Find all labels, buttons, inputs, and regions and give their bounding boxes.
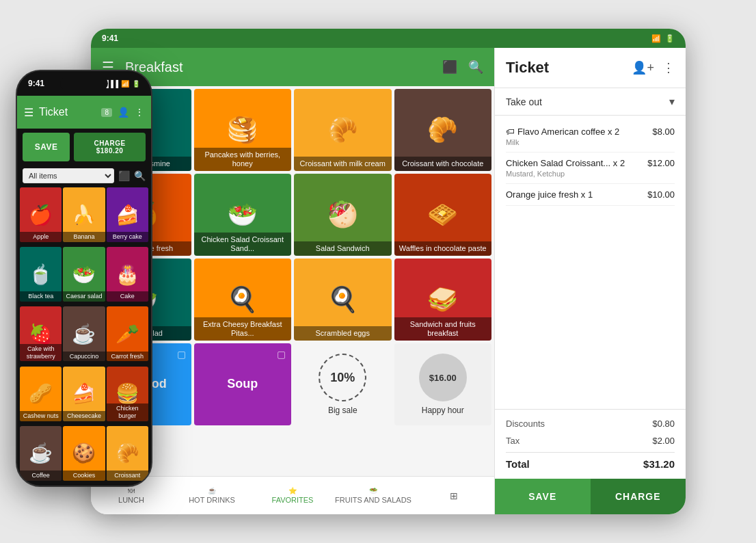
discounts-row: Discounts $0.80 bbox=[506, 415, 675, 432]
tab-grid[interactable]: ⊞ bbox=[414, 488, 494, 504]
phone-filter-select[interactable]: All items bbox=[23, 168, 114, 183]
item-name-qty: Chicken Salad Croissant... x 2 bbox=[506, 158, 647, 168]
phone-item-croissant[interactable]: 🥐 Croissant bbox=[107, 426, 148, 481]
item-price: $10.00 bbox=[647, 189, 675, 200]
tablet-time: 9:41 bbox=[102, 34, 118, 43]
item-sub: Mustard, Ketchup bbox=[506, 170, 675, 178]
total-value: $31.20 bbox=[643, 458, 675, 470]
item-price: $12.00 bbox=[647, 158, 675, 168]
phone-barcode-icon[interactable]: ⬛ bbox=[118, 170, 130, 181]
phone-item-caesar-salad[interactable]: 🥗 Caesar salad bbox=[63, 247, 105, 302]
phone-item-cake-strawberry[interactable]: 🍓 Cake with strawberry bbox=[20, 306, 62, 361]
menu-item[interactable]: 🥐 Croissant with milk cream bbox=[294, 89, 392, 171]
menu-item[interactable]: 🥙 Salad Sandwich bbox=[294, 174, 392, 256]
phone-notch bbox=[60, 77, 108, 90]
tab-lunch[interactable]: 🍽 LUNCH bbox=[91, 484, 172, 507]
menu-item[interactable]: 🥪 Sandwich and fruits breakfast bbox=[394, 259, 492, 341]
phone-more-icon[interactable]: ⋮ bbox=[135, 107, 144, 118]
item-name-qty: Orange juice fresh x 1 bbox=[506, 189, 647, 200]
menu-item[interactable]: 🧇 Waffles in chocolate paste bbox=[394, 174, 492, 256]
tax-label: Tax bbox=[506, 436, 519, 446]
menu-grid: 🍵 Tea with jasmine 🥞 Pancakes with berri… bbox=[94, 89, 491, 425]
menu-item-happy-hour[interactable]: $16.00 Happy hour bbox=[394, 343, 492, 425]
phone-ticket-badge: 8 bbox=[101, 108, 112, 117]
menu-item[interactable]: 🍳 Extra Cheesy Breakfast Pitas... bbox=[194, 259, 292, 341]
header-icons: ⬛ 🔍 bbox=[442, 59, 483, 75]
phone-item-cookies[interactable]: 🍪 Cookies bbox=[63, 426, 105, 481]
ticket-totals: Discounts $0.80 Tax $2.00 Total $31.20 bbox=[495, 409, 686, 479]
tax-row: Tax $2.00 bbox=[506, 432, 675, 449]
phone-status-icons: ▐▐▐ 📶 🔋 bbox=[104, 80, 140, 88]
phone-item-banana[interactable]: 🍌 Banana bbox=[63, 187, 105, 242]
menu-header: ☰ Breakfast ⬛ 🔍 bbox=[91, 48, 494, 86]
menu-item[interactable]: 🥗 Chicken Salad Croissant Sand... bbox=[194, 174, 292, 256]
menu-item-big-sale[interactable]: 10% Big sale bbox=[294, 343, 392, 425]
phone-item-apple[interactable]: 🍎 Apple bbox=[20, 187, 62, 242]
phone-item-capuccino[interactable]: ☕ Capuccino bbox=[63, 306, 105, 361]
dropdown-arrow-icon[interactable]: ▾ bbox=[669, 95, 675, 108]
phone-item-cake[interactable]: 🎂 Cake bbox=[107, 247, 148, 302]
item-sub: Milk bbox=[506, 138, 675, 146]
menu-item-soup[interactable]: ▢ Soup bbox=[194, 343, 292, 425]
phone-charge-button[interactable]: CHARGE $180.20 bbox=[74, 133, 146, 161]
phone-item-chicken-burger[interactable]: 🍔 Chicken burger bbox=[107, 367, 148, 421]
phone-filter-row: All items ⬛ 🔍 bbox=[17, 165, 151, 186]
order-type-label: Take out bbox=[506, 96, 542, 107]
phone-status-bar: 9:41 ▐▐▐ 📶 🔋 bbox=[17, 71, 151, 96]
discounts-value: $0.80 bbox=[652, 419, 675, 429]
more-options-icon[interactable]: ⋮ bbox=[662, 60, 675, 75]
phone-save-button[interactable]: SAVE bbox=[23, 133, 70, 161]
ticket-item: Chicken Salad Croissant... x 2 $12.00 Mu… bbox=[506, 153, 675, 184]
menu-bottom-tabs: 🍽 LUNCH ☕ HOT DRINKS ⭐ FAVORITES 🥗 FRUIT… bbox=[91, 476, 494, 514]
phone-hamburger-icon[interactable]: ☰ bbox=[24, 106, 33, 119]
phone-item-carrot[interactable]: 🥕 Carrot fresh bbox=[107, 306, 148, 361]
discounts-label: Discounts bbox=[506, 419, 545, 429]
total-label: Total bbox=[506, 458, 530, 470]
phone-item-cheesecake[interactable]: 🍰 Cheesecake bbox=[63, 367, 105, 421]
add-person-icon[interactable]: 👤+ bbox=[632, 60, 654, 75]
ticket-type-row[interactable]: Take out ▾ bbox=[495, 88, 686, 116]
tag-icon: 🏷 bbox=[506, 127, 515, 137]
tablet-status-bar: 9:41 📶 🔋 bbox=[91, 29, 686, 48]
menu-item[interactable]: 🥞 Pancakes with berries, honey bbox=[194, 89, 292, 171]
phone-title: Ticket bbox=[39, 106, 96, 118]
charge-button[interactable]: CHARGE bbox=[591, 479, 686, 514]
phone-item-cashew[interactable]: 🥜 Cashew nuts bbox=[20, 367, 62, 421]
phone-charge-label: CHARGE bbox=[94, 140, 125, 147]
phone-person-icon[interactable]: 👤 bbox=[118, 107, 129, 118]
phone-time: 9:41 bbox=[28, 79, 44, 88]
phone-grid: 🍎 Apple 🍌 Banana 🍰 Berry cake 🍵 Black te… bbox=[17, 186, 151, 486]
phone-save-charge: SAVE CHARGE $180.20 bbox=[23, 133, 146, 161]
menu-item[interactable]: 🥐 Croissant with chocolate bbox=[394, 89, 492, 171]
phone-header: ☰ Ticket 8 👤 ⋮ bbox=[17, 96, 151, 129]
ticket-items: 🏷 Flavo American coffee x 2 $8.00 Milk C… bbox=[495, 116, 686, 409]
ticket-item: Orange juice fresh x 1 $10.00 bbox=[506, 184, 675, 206]
item-price: $8.00 bbox=[652, 127, 675, 137]
save-button[interactable]: SAVE bbox=[495, 479, 591, 514]
ticket-actions: SAVE CHARGE bbox=[495, 479, 686, 514]
ticket-item: 🏷 Flavo American coffee x 2 $8.00 Milk bbox=[506, 121, 675, 153]
tab-fruits-salads[interactable]: 🥗 FRUITS AND SALADS bbox=[333, 484, 414, 507]
ticket-title: Ticket bbox=[506, 59, 549, 77]
phone-item-black-tea[interactable]: 🍵 Black tea bbox=[20, 247, 62, 302]
ticket-header: Ticket 👤+ ⋮ bbox=[495, 48, 686, 88]
grand-total-row: Total $31.20 bbox=[506, 452, 675, 473]
tab-hot-drinks[interactable]: ☕ HOT DRINKS bbox=[172, 484, 252, 507]
tax-value: $2.00 bbox=[652, 436, 675, 446]
ticket-header-actions: 👤+ ⋮ bbox=[632, 60, 675, 75]
phone-search-icon[interactable]: 🔍 bbox=[134, 170, 146, 181]
phone-item-coffee[interactable]: ☕ Coffee bbox=[20, 426, 62, 481]
item-name-qty: 🏷 Flavo American coffee x 2 bbox=[506, 127, 652, 137]
search-icon[interactable]: 🔍 bbox=[468, 59, 483, 75]
phone-item-berry-cake[interactable]: 🍰 Berry cake bbox=[107, 187, 148, 242]
ticket-panel: Ticket 👤+ ⋮ Take out ▾ 🏷 bbox=[494, 48, 686, 514]
tablet: 9:41 📶 🔋 ☰ Breakfast ⬛ 🔍 bbox=[91, 29, 686, 514]
barcode-icon[interactable]: ⬛ bbox=[442, 59, 457, 75]
menu-item[interactable]: 🍳 Scrambled eggs bbox=[294, 259, 392, 341]
phone-charge-amount: $180.20 bbox=[96, 147, 124, 155]
phone: 9:41 ▐▐▐ 📶 🔋 ☰ Ticket 8 👤 ⋮ SAVE CHARGE … bbox=[16, 70, 152, 487]
tab-favorites[interactable]: ⭐ FAVORITES bbox=[252, 484, 333, 507]
phone-header-icons: 👤 ⋮ bbox=[118, 107, 144, 118]
tablet-status-icons: 📶 🔋 bbox=[651, 34, 675, 43]
menu-title: Breakfast bbox=[125, 59, 431, 75]
